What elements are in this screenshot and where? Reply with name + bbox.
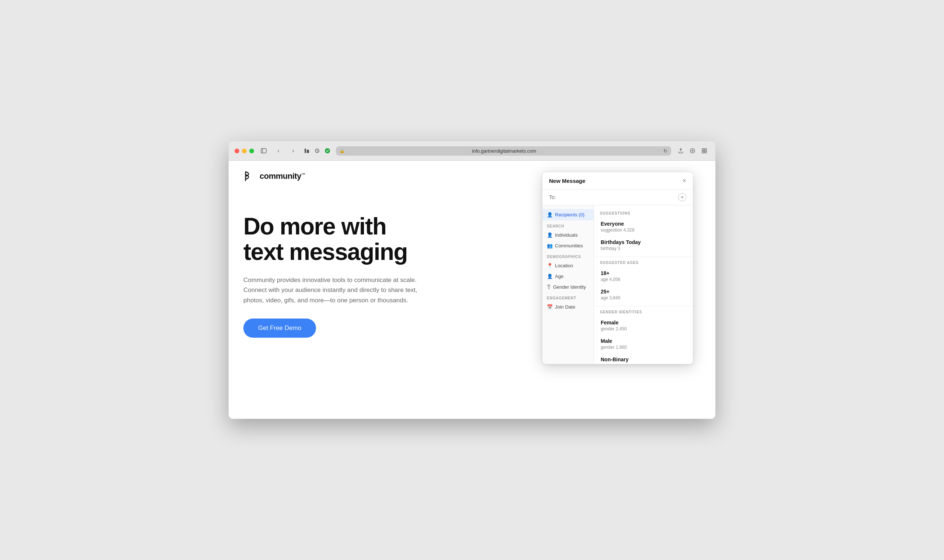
svg-rect-12	[705, 151, 707, 153]
panel-body: 👤 Recipients (0) SEARCH 👤 Individuals 👥 …	[542, 205, 693, 364]
suggestion-everyone-meta: suggestion 4,328	[601, 228, 687, 232]
join-date-icon: 📅	[547, 304, 553, 310]
ages-section-label: SUGGESTED AGES	[594, 259, 693, 267]
reload-icon[interactable]: ↻	[664, 148, 667, 154]
cta-button[interactable]: Get Free Demo	[243, 318, 316, 338]
sidebar-toggle-button[interactable]	[259, 146, 269, 156]
sidebar-item-age[interactable]: 👤 Age	[542, 271, 594, 282]
community-logo-flag	[243, 171, 257, 182]
suggestion-age-25plus[interactable]: 25+ age 3,845	[594, 285, 693, 304]
suggestion-birthdays-meta: birthday 3	[601, 246, 687, 251]
demographics-section-label: DEMOGRAPHICS	[542, 251, 594, 260]
suggestion-non-binary[interactable]: Non-Binary gender 18	[594, 353, 693, 364]
traffic-lights	[234, 149, 254, 153]
url-text: info.gartnerdigitalmarkets.com	[348, 148, 661, 154]
recipients-label: Recipients (0)	[555, 212, 584, 217]
lock-icon: 🔒	[340, 149, 345, 153]
non-binary-name: Non-Binary	[601, 357, 687, 362]
panel-main: SUGGESTIONS Everyone suggestion 4,328 Bi…	[594, 205, 693, 364]
age-18plus-meta: age 4,056	[601, 277, 687, 282]
age-25plus-name: 25+	[601, 289, 687, 295]
communities-icon: 👥	[547, 243, 553, 248]
suggestion-birthdays-name: Birthdays Today	[601, 239, 687, 245]
panel-title: New Message	[549, 178, 585, 184]
browser-extensions	[303, 147, 331, 155]
age-icon: 👤	[547, 274, 553, 279]
svg-rect-2	[305, 149, 306, 153]
engagement-section-label: ENGAGEMENT	[542, 292, 594, 302]
male-meta: gender 1,860	[601, 345, 687, 350]
sidebar-item-individuals[interactable]: 👤 Individuals	[542, 230, 594, 240]
browser-window: ‹ › 🔒 info.gartnerdigitalmarkets.com ↻	[229, 141, 715, 419]
sidebar-item-communities[interactable]: 👥 Communities	[542, 240, 594, 251]
svg-rect-0	[261, 149, 266, 153]
minimize-button[interactable]	[242, 149, 247, 153]
hero-subtext: Community provides innovative tools to c…	[243, 275, 428, 305]
maximize-button[interactable]	[249, 149, 254, 153]
to-label: To:	[549, 194, 556, 200]
suggestion-birthdays-today[interactable]: Birthdays Today birthday 3	[594, 236, 693, 254]
communities-label: Communities	[555, 243, 583, 248]
sidebar-item-location[interactable]: 📍 Location	[542, 260, 594, 271]
forward-button[interactable]: ›	[288, 146, 298, 156]
suggestion-age-18plus[interactable]: 18+ age 4,056	[594, 267, 693, 285]
panel-header: New Message ×	[542, 172, 693, 189]
recipients-icon: 👤	[547, 212, 553, 217]
add-recipient-button[interactable]: +	[678, 193, 686, 201]
logo-text: community™	[260, 171, 305, 181]
gender-identity-icon: ⚧	[547, 284, 551, 290]
suggestion-everyone-name: Everyone	[601, 221, 687, 227]
close-button[interactable]	[234, 149, 239, 153]
male-name: Male	[601, 338, 687, 344]
extension-icon-2	[313, 147, 321, 155]
gender-identity-label: Gender Identity	[553, 284, 586, 290]
female-name: Female	[601, 320, 687, 326]
extension-icon-1	[303, 147, 311, 155]
search-section-label: SEARCH	[542, 220, 594, 230]
tabs-button[interactable]	[699, 146, 710, 156]
location-icon: 📍	[547, 263, 553, 268]
page-content: community™ Do more with text messaging C…	[229, 161, 715, 419]
extension-icon-3	[323, 147, 331, 155]
browser-titlebar: ‹ › 🔒 info.gartnerdigitalmarkets.com ↻	[229, 141, 715, 161]
panel-close-button[interactable]: ×	[682, 177, 686, 184]
suggestion-everyone[interactable]: Everyone suggestion 4,328	[594, 217, 693, 236]
address-bar[interactable]: 🔒 info.gartnerdigitalmarkets.com ↻	[336, 146, 671, 155]
age-25plus-meta: age 3,845	[601, 295, 687, 300]
individuals-icon: 👤	[547, 232, 553, 238]
share-button[interactable]	[676, 146, 686, 156]
gender-section-label: GENDER IDENTITIES	[594, 309, 693, 316]
to-input[interactable]	[559, 194, 675, 200]
suggestion-male[interactable]: Male gender 1,860	[594, 335, 693, 353]
join-date-label: Join Date	[555, 304, 575, 310]
svg-rect-3	[307, 150, 309, 153]
location-label: Location	[555, 263, 573, 268]
new-tab-button[interactable]	[687, 146, 698, 156]
individuals-label: Individuals	[555, 232, 577, 238]
age-label: Age	[555, 274, 564, 279]
sidebar-item-recipients[interactable]: 👤 Recipients (0)	[542, 209, 594, 220]
non-binary-meta: gender 18	[601, 363, 687, 364]
svg-rect-11	[702, 151, 704, 153]
browser-action-buttons	[676, 146, 710, 156]
divider-2	[594, 306, 693, 306]
back-button[interactable]: ‹	[273, 146, 283, 156]
female-meta: gender 2,450	[601, 326, 687, 331]
svg-rect-9	[702, 149, 704, 151]
age-18plus-name: 18+	[601, 270, 687, 276]
svg-rect-10	[705, 149, 707, 151]
sidebar-item-gender-identity[interactable]: ⚧ Gender Identity	[542, 282, 594, 292]
hero-headline: Do more with text messaging	[243, 214, 472, 265]
sidebar-item-join-date[interactable]: 📅 Join Date	[542, 302, 594, 312]
panel-sidebar: 👤 Recipients (0) SEARCH 👤 Individuals 👥 …	[542, 205, 594, 364]
suggestions-section-label: SUGGESTIONS	[594, 210, 693, 217]
message-panel: New Message × To: + 👤 Recipients (0)	[542, 172, 693, 364]
hero-section: Do more with text messaging Community pr…	[229, 192, 487, 367]
suggestion-female[interactable]: Female gender 2,450	[594, 316, 693, 335]
panel-to-row: To: +	[542, 189, 693, 205]
divider-1	[594, 257, 693, 257]
